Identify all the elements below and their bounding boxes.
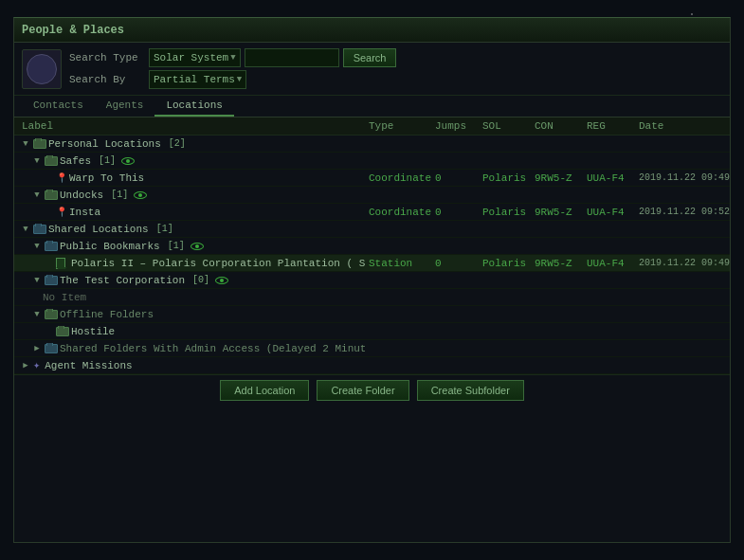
list-item[interactable]: ▼ Offline Folders: [14, 306, 730, 323]
tree-cell-date: 2019.11.22 09:52: [635, 207, 730, 217]
search-by-value: Partial Terms: [154, 74, 235, 85]
col-sol-header: SOL: [479, 120, 531, 132]
tab-contacts[interactable]: Contacts: [22, 96, 95, 117]
list-item[interactable]: ▶ Shared Folders With Admin Access (Dela…: [14, 340, 730, 357]
expand-shared-admin[interactable]: ▶: [31, 343, 43, 354]
tree-cell-sol: Polaris: [479, 207, 531, 218]
search-by-select[interactable]: Partial Terms ▼: [149, 70, 246, 89]
search-type-row: Search Type Solar System ▼ Search: [69, 48, 722, 67]
list-item[interactable]: ▼ The Test Corporation [0]: [14, 272, 730, 289]
search-string-input[interactable]: [245, 48, 339, 67]
tab-bar: Contacts Agents Locations: [14, 96, 730, 117]
expand-undocks[interactable]: ▼: [31, 190, 43, 201]
row-text: Warp To This: [69, 172, 144, 184]
row-text: Insta: [69, 207, 100, 218]
list-item[interactable]: 📍 Insta Coordinate 0 Polaris 9RW5-Z UUA-…: [14, 204, 730, 221]
col-type-header: Type: [365, 120, 431, 132]
list-item[interactable]: Hostile: [14, 323, 730, 340]
add-location-button[interactable]: Add Location: [220, 380, 309, 401]
tree-cell-con: 9RW5-Z: [531, 207, 583, 218]
row-text: Offline Folders: [60, 309, 154, 320]
search-type-arrow: ▼: [230, 53, 235, 63]
eye-icon[interactable]: [191, 243, 204, 250]
shared-folder-icon: [45, 344, 58, 353]
eye-icon[interactable]: [121, 157, 135, 165]
list-item[interactable]: 📍 Warp To This Coordinate 0 Polaris 9RW5…: [14, 170, 730, 187]
search-by-label: Search By: [69, 74, 145, 85]
row-text-noitem: No Item: [43, 292, 86, 303]
shared-folder-icon: [33, 225, 46, 234]
badge: [1]: [105, 190, 128, 200]
tree-cell-date: 2019.11.22 09:49: [635, 172, 730, 183]
eye-icon[interactable]: [134, 191, 147, 199]
row-text: Safes: [60, 155, 91, 167]
table-header: Label Type Jumps SOL CON REG Date Es: [14, 117, 730, 135]
folder-icon: [45, 156, 58, 166]
col-reg-header: REG: [583, 120, 635, 132]
list-item[interactable]: ▼ Undocks [1]: [14, 187, 730, 204]
tree-cell-jumps: 0: [431, 258, 479, 269]
expand-offline-folders[interactable]: ▼: [31, 309, 43, 320]
footer: Add Location Create Folder Create Subfol…: [14, 374, 730, 405]
shared-folder-icon: [45, 276, 58, 285]
agent-icon: ✦: [33, 358, 40, 372]
pin-icon: 📍: [56, 172, 67, 184]
folder-icon: [56, 327, 69, 336]
search-button[interactable]: Search: [343, 48, 397, 67]
tab-locations[interactable]: Locations: [154, 96, 233, 117]
list-item[interactable]: ▶ ✦ Agent Missions: [14, 357, 730, 374]
badge: [0]: [187, 275, 209, 285]
search-type-label: Search Type: [69, 52, 145, 63]
badge: [1]: [162, 241, 185, 251]
col-date-header: Date: [635, 120, 744, 132]
col-con-header: CON: [531, 120, 583, 132]
col-label-header: Label: [14, 120, 365, 132]
tree-cell-jumps: 0: [431, 207, 479, 218]
search-type-value: Solar System: [154, 52, 228, 63]
expand-test-corp[interactable]: ▼: [31, 275, 43, 286]
row-text: Public Bookmarks: [60, 241, 160, 252]
expand-shared-locations[interactable]: ▼: [20, 224, 31, 235]
expand-public-bookmarks[interactable]: ▼: [31, 241, 43, 252]
main-window: People & Places Search Type Solar System…: [13, 17, 731, 543]
shared-folder-icon: [45, 242, 58, 251]
list-item[interactable]: Polaris II – Polaris Corporation Plantat…: [14, 255, 730, 272]
window-title: People & Places: [22, 24, 124, 37]
list-item[interactable]: ▼ Public Bookmarks [1]: [14, 238, 730, 255]
tab-agents[interactable]: Agents: [95, 96, 155, 117]
folder-icon: [45, 190, 58, 200]
folder-icon: [45, 310, 58, 319]
tree-cell-con: 9RW5-Z: [531, 258, 583, 269]
title-bar: People & Places: [14, 18, 730, 43]
expand-personal-locations[interactable]: ▼: [20, 138, 31, 150]
tree-cell-date: 2019.11.22 09:49: [635, 258, 730, 268]
row-text: Agent Missions: [45, 360, 132, 371]
list-item[interactable]: ▼ Safes [1]: [14, 153, 730, 170]
row-text: Shared Folders With Admin Access (Delaye…: [60, 343, 365, 354]
row-text: Shared Locations: [48, 224, 149, 235]
tree-cell-reg: UUA-F4: [583, 258, 635, 269]
pin-icon: 📍: [56, 207, 67, 218]
avatar: [22, 49, 62, 89]
tree-cell-con: 9RW5-Z: [531, 172, 583, 184]
list-item[interactable]: ▼ Shared Locations [1]: [14, 221, 730, 238]
folder-icon: [33, 139, 46, 149]
expand-safes[interactable]: ▼: [31, 155, 43, 167]
search-by-row: Search By Partial Terms ▼: [69, 70, 722, 89]
row-text: The Test Corporation: [60, 275, 185, 286]
create-subfolder-button[interactable]: Create Subfolder: [417, 380, 524, 401]
tree-cell-sol: Polaris: [479, 172, 531, 184]
header-area: Search Type Solar System ▼ Search Search…: [14, 43, 730, 96]
bookmark-icon: [56, 258, 65, 269]
badge: [1]: [93, 155, 116, 166]
search-type-select[interactable]: Solar System ▼: [149, 48, 241, 67]
eye-icon[interactable]: [215, 277, 228, 284]
expand-agent-missions[interactable]: ▶: [20, 360, 31, 371]
list-item[interactable]: ▼ Personal Locations [2]: [14, 135, 730, 153]
row-text: Personal Locations: [48, 138, 161, 150]
search-form: Search Type Solar System ▼ Search Search…: [69, 48, 722, 89]
search-by-arrow: ▼: [237, 75, 242, 84]
tree-cell-jumps: 0: [431, 172, 479, 184]
tree-cell-reg: UUA-F4: [583, 207, 635, 218]
create-folder-button[interactable]: Create Folder: [317, 380, 408, 401]
